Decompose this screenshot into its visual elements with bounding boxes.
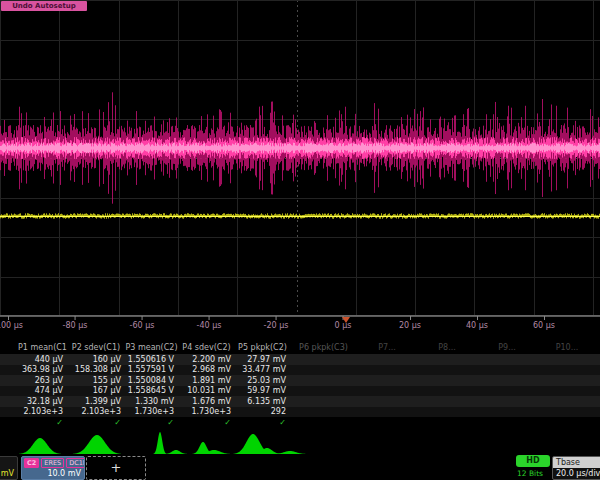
- channel-c1-descriptor[interactable]: DC1M 10.0 mV: [0, 456, 18, 480]
- trigger-position-marker[interactable]: [342, 317, 350, 323]
- cell: 2.200 mV: [178, 355, 235, 364]
- parameter-header-row: P1 mean(C1) P2 sdev(C1) P3 mean(C2) P4 s…: [0, 340, 600, 354]
- channel-c2-descriptor[interactable]: C2 ERES DC1M 10.0 mV: [21, 456, 85, 480]
- param-status-check: ✓: [125, 418, 178, 427]
- param-header-p5[interactable]: P5 pkpk(C2): [235, 343, 290, 352]
- hd-mode-badge[interactable]: HD: [516, 455, 550, 467]
- add-trace-button[interactable]: +: [86, 456, 146, 480]
- param-header-p4[interactable]: P4 sdev(C2): [178, 343, 235, 352]
- time-label: -20 µs: [264, 321, 289, 330]
- cell: 59.97 mV: [235, 386, 290, 395]
- oscilloscope-screen: Undo Autosetup -100 µs -80 µs -60 µs -40…: [0, 0, 600, 480]
- time-label: -40 µs: [197, 321, 222, 330]
- cell: 2.968 mV: [178, 365, 235, 374]
- time-axis: -100 µs -80 µs -60 µs -40 µs -20 µs 0 µs…: [0, 316, 600, 337]
- cell: 167 µV: [67, 386, 125, 395]
- cell: 1.891 mV: [178, 376, 235, 385]
- table-row-value: 440 µV 160 µV 1.550616 V 2.200 mV 27.97 …: [0, 354, 600, 365]
- c1-scale-value: 10.0 mV: [0, 469, 17, 478]
- cell: 440 µV: [18, 355, 67, 364]
- param-header-p3[interactable]: P3 mean(C2): [125, 343, 178, 352]
- cell: 1.399 µV: [67, 397, 125, 406]
- table-row-status: ✓ ✓ ✓ ✓ ✓: [0, 417, 600, 428]
- cell: 25.03 mV: [235, 376, 290, 385]
- cell: 1.550084 V: [125, 376, 178, 385]
- hd-bits-label: 12 Bits: [517, 469, 543, 478]
- cell: 158.308 µV: [67, 365, 125, 374]
- timebase-descriptor[interactable]: Tbase 20.0 µs/div: [552, 456, 600, 480]
- histicon-canvas: [0, 429, 600, 457]
- param-header-p6[interactable]: P6 pkpk(C3): [290, 343, 357, 352]
- cell: 263 µV: [18, 376, 67, 385]
- param-status-check: ✓: [67, 418, 125, 427]
- cell: 2.103e+3: [18, 407, 67, 416]
- cell: 6.135 mV: [235, 397, 290, 406]
- param-status-check: ✓: [235, 418, 290, 427]
- cell: 10.031 mV: [178, 386, 235, 395]
- cell: 1.558645 V: [125, 386, 178, 395]
- cell: 27.97 mV: [235, 355, 290, 364]
- c2-channel-badge: C2: [24, 458, 39, 468]
- cell: 160 µV: [67, 355, 125, 364]
- cell: 33.477 mV: [235, 365, 290, 374]
- c2-coupling-badge: DC1M: [66, 458, 85, 468]
- time-label: 40 µs: [466, 321, 488, 330]
- table-row-min: 263 µV 155 µV 1.550084 V 1.891 mV 25.03 …: [0, 375, 600, 386]
- cell: 2.103e+3: [67, 407, 125, 416]
- param-header-p2[interactable]: P2 sdev(C1): [67, 343, 125, 352]
- cell: 292: [235, 407, 290, 416]
- timebase-scale-value: 20.0 µs/div: [553, 468, 600, 478]
- param-status-check: ✓: [178, 418, 235, 427]
- table-row-mean: 363.98 µV 158.308 µV 1.557591 V 2.968 mV…: [0, 365, 600, 376]
- cell: 1.330 mV: [125, 397, 178, 406]
- table-row-sdev: 32.18 µV 1.399 µV 1.330 mV 1.676 mV 6.13…: [0, 396, 600, 407]
- bottom-bar: DC1M 10.0 mV C2 ERES DC1M 10.0 mV + HD 1…: [0, 454, 600, 480]
- time-label: -60 µs: [130, 321, 155, 330]
- cell: 32.18 µV: [18, 397, 67, 406]
- param-status-check: ✓: [18, 418, 67, 427]
- cell: 1.730e+3: [178, 407, 235, 416]
- param-header-p10[interactable]: P10...: [537, 343, 597, 352]
- param-header-p9[interactable]: P9...: [477, 343, 537, 352]
- time-label: -100 µs: [0, 321, 23, 330]
- cell: 1.730e+3: [125, 407, 178, 416]
- param-header-p1[interactable]: P1 mean(C1): [18, 343, 67, 352]
- param-header-p7[interactable]: P7...: [357, 343, 417, 352]
- cell: 474 µV: [18, 386, 67, 395]
- waveform-canvas: [0, 0, 600, 316]
- time-label: 60 µs: [533, 321, 555, 330]
- cell: 363.98 µV: [18, 365, 67, 374]
- waveform-display: Undo Autosetup: [0, 0, 600, 316]
- measurement-table: P1 mean(C1) P2 sdev(C1) P3 mean(C2) P4 s…: [0, 340, 600, 428]
- cell: 1.676 mV: [178, 397, 235, 406]
- cell: 1.557591 V: [125, 365, 178, 374]
- c2-eres-badge: ERES: [41, 458, 64, 468]
- param-header-p8[interactable]: P8...: [417, 343, 477, 352]
- timebase-title: Tbase: [553, 457, 600, 468]
- undo-autosetup-button[interactable]: Undo Autosetup: [1, 1, 87, 11]
- time-label: -80 µs: [63, 321, 88, 330]
- table-row-num: 2.103e+3 2.103e+3 1.730e+3 1.730e+3 292: [0, 407, 600, 418]
- cell: 155 µV: [67, 376, 125, 385]
- cell: 1.550616 V: [125, 355, 178, 364]
- table-row-max: 474 µV 167 µV 1.558645 V 10.031 mV 59.97…: [0, 386, 600, 397]
- c2-scale-value: 10.0 mV: [22, 469, 84, 478]
- time-label: 20 µs: [399, 321, 421, 330]
